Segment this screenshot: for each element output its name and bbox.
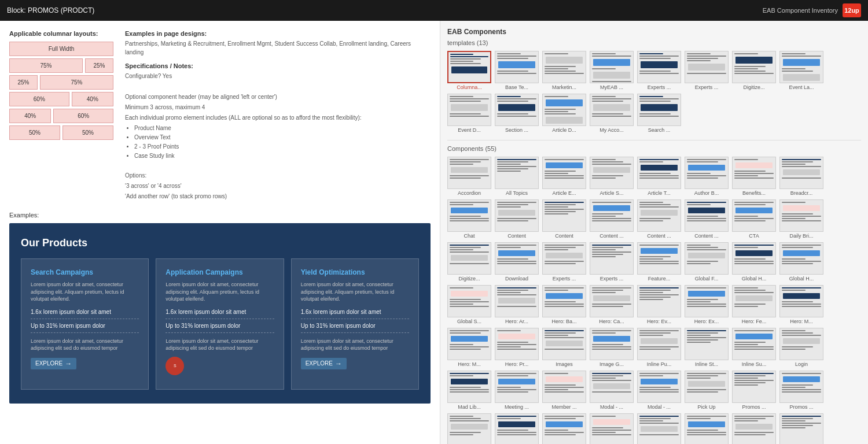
layout-cell-60b[interactable]: 60%	[53, 109, 113, 123]
thumb-item-53[interactable]: Testimo...	[685, 413, 729, 444]
card3-cta[interactable]: EXPLORE →	[301, 358, 347, 369]
spec-blank1	[125, 82, 431, 91]
thumb-item-5[interactable]: Experts ...	[685, 51, 729, 90]
thumb-item-10[interactable]: Content	[542, 199, 586, 239]
thumb-item-8[interactable]: Chat	[447, 199, 491, 239]
layout-grid: Full Width 75% 25% 25% 75%	[9, 42, 113, 140]
thumb-item-1[interactable]: Base Te...	[495, 51, 539, 90]
thumb-item-4[interactable]: Experts ...	[637, 51, 681, 90]
thumb-item-0[interactable]: Accordion	[447, 157, 491, 196]
thumb-item-2[interactable]: Article E...	[542, 157, 586, 196]
card2-logo-text: S	[174, 364, 176, 368]
thumb-item-28[interactable]: Hero: Ev...	[637, 285, 681, 324]
thumb-item-42[interactable]: Member ...	[542, 371, 586, 410]
card3-cta-label: EXPLORE	[306, 360, 333, 367]
thumb-item-26[interactable]: Hero: Ba...	[542, 285, 586, 324]
thumb-item-0[interactable]: Columna...	[447, 51, 491, 90]
thumb-item-30[interactable]: Hero: Fe...	[732, 285, 776, 324]
thumb-item-11[interactable]: My Acco...	[590, 94, 634, 133]
thumb-item-49[interactable]: Recomm...	[495, 413, 539, 444]
layout-cell-50a[interactable]: 50%	[9, 125, 60, 140]
thumb-label-1: Base Te...	[495, 84, 539, 90]
thumb-item-17[interactable]: Download	[495, 242, 539, 282]
card2-stat2: Up to 31% lorem ipsum dolor	[165, 323, 274, 333]
card3-arrow-icon: →	[335, 360, 342, 368]
thumb-item-52[interactable]: Table	[637, 413, 681, 444]
thumb-item-55[interactable]: Video G...	[779, 413, 823, 444]
layout-cell-40b[interactable]: 40%	[9, 109, 51, 123]
thumb-item-39[interactable]: Login	[779, 328, 823, 367]
thumb-item-15[interactable]: Daily Bri...	[779, 199, 823, 239]
layout-cell-full[interactable]: Full Width	[9, 42, 113, 56]
thumb-label-10: Article D...	[542, 127, 586, 133]
thumb-item-33[interactable]: Hero: Pr...	[495, 328, 539, 367]
thumb-item-10[interactable]: Article D...	[542, 94, 586, 133]
card1-stat1: 1.6x lorem ipsum dolor sit amet	[31, 309, 139, 319]
thumb-item-50[interactable]: Recent ...	[542, 413, 586, 444]
thumb-label-17: Download	[495, 276, 539, 282]
thumb-item-9[interactable]: Content	[495, 199, 539, 239]
layout-cell-40[interactable]: 40%	[72, 92, 113, 106]
thumb-item-32[interactable]: Hero: M...	[447, 328, 491, 367]
topbar-right: EAB Component Inventory 12up	[763, 3, 861, 17]
thumb-label-8: Event D...	[447, 127, 491, 133]
thumb-item-43[interactable]: Modal - ...	[590, 371, 634, 410]
thumb-item-5[interactable]: Author B...	[685, 157, 729, 196]
thumb-item-2[interactable]: Marketin...	[542, 51, 586, 90]
thumb-item-6[interactable]: Digitize...	[732, 51, 776, 90]
thumb-item-7[interactable]: Event La...	[779, 51, 823, 90]
promo-cards: Search Campaigns Lorem ipsum dolor sit a…	[21, 258, 419, 390]
thumb-item-25[interactable]: Hero: Ar...	[495, 285, 539, 324]
thumb-item-12[interactable]: Content ...	[637, 199, 681, 239]
layout-cell-25b[interactable]: 25%	[9, 75, 38, 90]
thumb-item-34[interactable]: Images	[542, 328, 586, 367]
thumb-item-23[interactable]: Global H...	[779, 242, 823, 282]
layout-cell-25[interactable]: 25%	[85, 58, 113, 73]
thumb-item-31[interactable]: Hero: M...	[779, 285, 823, 324]
thumb-item-3[interactable]: MyEAB ...	[590, 51, 634, 90]
thumb-item-13[interactable]: Content ...	[685, 199, 729, 239]
thumb-item-35[interactable]: Image G...	[590, 328, 634, 367]
thumb-item-27[interactable]: Hero: Ca...	[590, 285, 634, 324]
thumb-item-24[interactable]: Global S...	[447, 285, 491, 324]
thumb-item-41[interactable]: Meeting ...	[495, 371, 539, 410]
thumb-item-6[interactable]: Benefits...	[732, 157, 776, 196]
thumb-item-48[interactable]: Related ...	[447, 413, 491, 444]
layout-cell-75b[interactable]: 75%	[40, 75, 113, 90]
thumb-item-47[interactable]: Promos ...	[779, 371, 823, 410]
thumb-item-54[interactable]: Video	[732, 413, 776, 444]
thumb-item-3[interactable]: Article S...	[590, 157, 634, 196]
components-heading: Components (55)	[447, 145, 861, 152]
thumb-item-16[interactable]: Digitize...	[447, 242, 491, 282]
thumb-item-29[interactable]: Hero: Ex...	[685, 285, 729, 324]
layout-cell-60[interactable]: 60%	[9, 92, 69, 106]
thumb-item-37[interactable]: Inline St...	[685, 328, 729, 367]
thumb-item-44[interactable]: Modal - ...	[637, 371, 681, 410]
layout-cell-50b[interactable]: 50%	[62, 125, 113, 140]
thumb-item-45[interactable]: Pick Up	[685, 371, 729, 410]
thumb-item-46[interactable]: Promos ...	[732, 371, 776, 410]
thumb-item-8[interactable]: Event D...	[447, 94, 491, 133]
thumb-item-11[interactable]: Content ...	[590, 199, 634, 239]
thumb-item-38[interactable]: Inline Su...	[732, 328, 776, 367]
thumb-label-36: Inline Pu...	[637, 361, 681, 367]
thumb-label-14: CTA	[732, 233, 776, 239]
thumb-label-37: Inline St...	[685, 361, 729, 367]
thumb-item-19[interactable]: Experts ...	[590, 242, 634, 282]
thumb-item-14[interactable]: CTA	[732, 199, 776, 239]
thumb-item-51[interactable]: Tabbed i...	[590, 413, 634, 444]
thumb-item-1[interactable]: All Topics	[495, 157, 539, 196]
thumb-item-22[interactable]: Global H...	[732, 242, 776, 282]
thumb-item-18[interactable]: Experts ...	[542, 242, 586, 282]
thumb-item-7[interactable]: Breadcr...	[779, 157, 823, 196]
thumb-label-29: Hero: Ex...	[685, 319, 729, 324]
thumb-item-40[interactable]: Mad Lib...	[447, 371, 491, 410]
thumb-item-20[interactable]: Feature...	[637, 242, 681, 282]
thumb-item-12[interactable]: Search ...	[637, 94, 681, 133]
layout-cell-75[interactable]: 75%	[9, 58, 83, 73]
thumb-item-21[interactable]: Global F...	[685, 242, 729, 282]
thumb-item-9[interactable]: Section ...	[495, 94, 539, 133]
thumb-item-4[interactable]: Article T...	[637, 157, 681, 196]
card1-cta[interactable]: EXPLORE →	[31, 358, 76, 369]
thumb-item-36[interactable]: Inline Pu...	[637, 328, 681, 367]
